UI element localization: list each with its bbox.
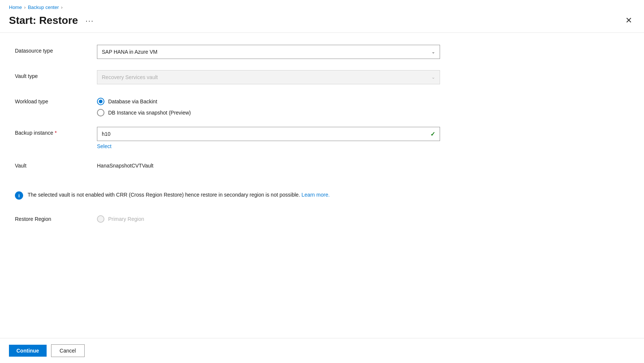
workload-type-snapshot-option[interactable]: DB Instance via snapshot (Preview): [97, 109, 440, 116]
datasource-type-control: SAP HANA in Azure VM ⌄: [97, 45, 440, 59]
page-header: Start: Restore ··· ✕: [0, 12, 644, 32]
header-left: Start: Restore ···: [9, 15, 97, 26]
datasource-type-value: SAP HANA in Azure VM: [102, 49, 157, 55]
workload-type-backint-label: Database via Backint: [108, 98, 157, 104]
datasource-type-label: Datasource type: [15, 45, 97, 54]
footer: Continue Cancel: [0, 338, 644, 363]
breadcrumb-sep2: ›: [61, 5, 63, 10]
chevron-down-icon: ⌄: [431, 49, 435, 54]
restore-region-row: Restore Region Primary Region: [15, 213, 629, 228]
restore-region-radio-group: Primary Region: [97, 213, 440, 223]
workload-type-snapshot-label: DB Instance via snapshot (Preview): [108, 110, 191, 116]
vault-value: HanaSnapshotCVTVault: [97, 160, 440, 169]
vault-type-placeholder: Recovery Services vault: [102, 74, 158, 80]
vault-row: Vault HanaSnapshotCVTVault: [15, 160, 629, 175]
restore-region-control: Primary Region: [97, 213, 440, 223]
radio-backint-circle: [97, 98, 104, 105]
vault-label: Vault: [15, 160, 97, 169]
learn-more-link[interactable]: Learn more.: [302, 192, 330, 198]
backup-instance-row: Backup instance * h10 ✓ Select: [15, 127, 629, 149]
breadcrumb: Home › Backup center ›: [0, 0, 644, 12]
restore-region-primary-label: Primary Region: [108, 216, 144, 222]
datasource-type-select[interactable]: SAP HANA in Azure VM ⌄: [97, 45, 440, 59]
breadcrumb-sep1: ›: [24, 5, 26, 10]
backup-instance-control: h10 ✓ Select: [97, 127, 440, 149]
workload-type-label: Workload type: [15, 96, 97, 104]
breadcrumb-home[interactable]: Home: [9, 4, 22, 10]
vault-control: HanaSnapshotCVTVault: [97, 160, 440, 169]
vault-type-select: Recovery Services vault ⌄: [97, 70, 440, 84]
workload-type-row: Workload type Database via Backint DB In…: [15, 96, 629, 116]
check-icon: ✓: [430, 131, 435, 138]
backup-instance-label: Backup instance *: [15, 127, 97, 136]
chevron-down-icon: ⌄: [431, 75, 435, 80]
restore-region-primary-option: Primary Region: [97, 215, 440, 223]
backup-instance-input: h10 ✓: [97, 127, 440, 141]
info-banner: i The selected vault is not enabled with…: [15, 185, 629, 206]
info-icon: i: [15, 191, 23, 200]
breadcrumb-backup-center[interactable]: Backup center: [28, 4, 59, 10]
page-title: Start: Restore: [9, 15, 78, 26]
info-banner-text: The selected vault is not enabled with C…: [28, 191, 330, 199]
workload-type-backint-option[interactable]: Database via Backint: [97, 98, 440, 105]
workload-type-radio-group: Database via Backint DB Instance via sna…: [97, 96, 440, 116]
datasource-type-row: Datasource type SAP HANA in Azure VM ⌄: [15, 45, 629, 60]
workload-type-control: Database via Backint DB Instance via sna…: [97, 96, 440, 116]
backup-instance-select-link[interactable]: Select: [97, 143, 111, 149]
radio-snapshot-circle: [97, 109, 104, 116]
vault-type-label: Vault type: [15, 70, 97, 79]
backup-instance-value: h10: [102, 131, 110, 137]
radio-primary-circle: [97, 215, 104, 223]
cancel-button[interactable]: Cancel: [51, 344, 85, 357]
vault-type-row: Vault type Recovery Services vault ⌄: [15, 70, 629, 85]
vault-type-control: Recovery Services vault ⌄: [97, 70, 440, 84]
main-content: Datasource type SAP HANA in Azure VM ⌄ V…: [0, 33, 644, 338]
required-indicator: *: [55, 130, 57, 136]
close-button[interactable]: ✕: [622, 15, 635, 26]
more-options-button[interactable]: ···: [82, 15, 97, 26]
continue-button[interactable]: Continue: [9, 345, 47, 357]
restore-region-label: Restore Region: [15, 213, 97, 222]
